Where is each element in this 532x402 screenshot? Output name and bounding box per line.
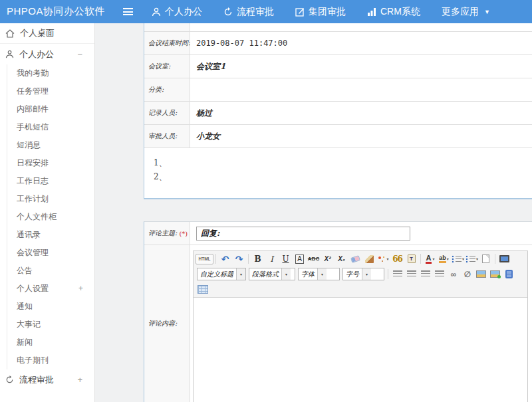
nav-crm-system[interactable]: CRM系统 — [367, 6, 420, 18]
sidebar-item-e-journal[interactable]: 电子期刊 — [7, 352, 94, 369]
sidebar-item-work-log[interactable]: 工作日志 — [7, 172, 94, 190]
sidebar-item-meeting-management[interactable]: 会议管理 — [7, 244, 94, 262]
rich-text-editor: HTML ↶ ↷ B I U A ABC X² X₂ — [193, 251, 528, 402]
custom-heading-select[interactable]: 自定义标题 ▾ — [197, 268, 246, 280]
row-comment-content: 评论内容: HTML ↶ ↷ B I U — [144, 245, 532, 402]
highlight-color-button[interactable]: ab — [439, 254, 446, 263]
hamburger-menu-icon[interactable] — [123, 8, 133, 15]
nav-group-approval[interactable]: 集团审批 — [295, 6, 346, 18]
sidebar-item-contacts[interactable]: 通讯录 — [7, 226, 94, 244]
nav-label: 个人办公 — [165, 6, 202, 18]
align-left-icon[interactable] — [393, 270, 402, 278]
italic-button[interactable]: I — [265, 252, 278, 265]
caret-down-icon[interactable]: ▾ — [462, 256, 464, 261]
editor-toolbar-row1: HTML ↶ ↷ B I U A ABC X² X₂ — [194, 251, 527, 266]
sidebar-item-tasks[interactable]: 任务管理 — [7, 82, 94, 100]
ordered-list-icon[interactable] — [452, 255, 462, 263]
expand-icon[interactable]: + — [78, 280, 83, 298]
cycle-icon — [5, 375, 14, 384]
bold-button[interactable]: B — [251, 252, 264, 265]
font-style-button[interactable]: A — [295, 254, 304, 264]
sidebar-item-label: 个人桌面 — [20, 27, 55, 39]
font-size-select[interactable]: 字号 ▾ — [342, 268, 384, 280]
app-title: PHPOA协同办公软件 — [0, 5, 123, 18]
sidebar-item-internal-mail[interactable]: 内部邮件 — [7, 100, 94, 118]
caret-down-icon[interactable]: ▾ — [386, 256, 388, 261]
align-center-icon[interactable] — [407, 270, 416, 278]
field-value: 会议室1 — [190, 55, 532, 78]
comment-table: 评论主题: (*) 评论内容: HTML ↶ — [144, 221, 532, 402]
nav-personal-office[interactable]: 个人办公 — [152, 6, 202, 18]
row-comment-subject: 评论主题: (*) — [144, 222, 532, 245]
upload-image-icon[interactable] — [490, 270, 500, 278]
sidebar-item-file-cabinet[interactable]: 个人文件柜 — [7, 208, 94, 226]
underline-button[interactable]: U — [279, 252, 292, 265]
nav-workflow-approval[interactable]: 流程审批 — [223, 6, 274, 18]
field-label: 审批人员: — [144, 125, 190, 148]
field-label: 记录人员: — [144, 102, 190, 124]
editor-toolbar-row2: 自定义标题 ▾ 段落格式 ▾ 字体 ▾ — [194, 266, 527, 282]
blockquote-button[interactable]: 66 — [391, 252, 404, 265]
sidebar-item-short-message[interactable]: 短消息 — [7, 136, 94, 154]
align-justify-icon[interactable] — [435, 270, 444, 278]
font-color-button[interactable]: A — [426, 254, 432, 264]
remove-link-icon[interactable]: ∅ — [461, 268, 473, 280]
format-brush-icon[interactable] — [365, 255, 374, 263]
nav-more-apps[interactable]: 更多应用 ▼ — [442, 6, 490, 18]
nav-label: 流程审批 — [237, 6, 274, 18]
insert-table-icon[interactable] — [198, 285, 208, 294]
caret-down-icon: ▼ — [484, 9, 490, 15]
sidebar-item-schedule[interactable]: 日程安排 — [7, 154, 94, 172]
nav-label: 更多应用 — [442, 6, 479, 18]
content-line: 1、 — [154, 156, 532, 170]
caret-down-icon[interactable]: ▾ — [447, 256, 449, 261]
sidebar-item-sms[interactable]: 手机短信 — [7, 118, 94, 136]
editor-content-area[interactable] — [194, 297, 527, 402]
caret-down-icon: ▾ — [362, 268, 371, 280]
main-content: 会议结束时间: 2019-08-07 11:47:00 会议室: 会议室1 分类… — [95, 23, 532, 402]
strikethrough-button[interactable]: ABC — [307, 252, 320, 265]
quick-format-icon[interactable] — [378, 255, 386, 263]
field-label: 评论主题: (*) — [144, 222, 190, 245]
sidebar-item-attendance[interactable]: 我的考勤 — [7, 64, 94, 82]
insert-media-icon[interactable] — [505, 270, 513, 278]
align-right-icon[interactable] — [421, 270, 430, 278]
unordered-list-icon[interactable] — [466, 255, 475, 263]
superscript-button[interactable]: X² — [321, 252, 334, 265]
sidebar-group-workflow[interactable]: 流程审批 + — [0, 369, 94, 390]
subscript-button[interactable]: X₂ — [335, 252, 348, 265]
sidebar-item-personal-settings[interactable]: 个人设置 + — [7, 280, 94, 298]
redo-icon[interactable]: ↷ — [233, 252, 245, 265]
eraser-icon[interactable] — [350, 255, 360, 263]
cycle-icon — [223, 7, 233, 17]
sidebar-item-desktop[interactable]: 个人桌面 — [0, 23, 94, 44]
field-value: 杨过 — [190, 102, 532, 124]
insert-image-icon[interactable] — [476, 270, 486, 278]
paste-text-icon[interactable]: T — [408, 254, 416, 263]
collapse-icon[interactable]: − — [77, 49, 82, 59]
expand-icon[interactable]: + — [77, 375, 82, 385]
caret-down-icon[interactable]: ▾ — [432, 256, 434, 261]
comment-subject-input[interactable] — [196, 227, 410, 241]
new-page-icon[interactable] — [482, 254, 489, 263]
html-source-button[interactable]: HTML — [196, 254, 213, 264]
sidebar-item-notice[interactable]: 通知 — [7, 298, 94, 316]
undo-icon[interactable]: ↶ — [219, 252, 231, 265]
sidebar-item-news[interactable]: 新闻 — [7, 334, 94, 352]
font-family-select[interactable]: 字体 ▾ — [298, 268, 340, 280]
required-mark: (*) — [179, 230, 188, 237]
sidebar-item-memorabilia[interactable]: 大事记 — [7, 316, 94, 334]
meeting-content-box: 1、 2、 — [144, 148, 532, 199]
sidebar-group-personal-office[interactable]: 个人办公 − — [0, 44, 94, 64]
content-line: 2、 — [154, 170, 532, 184]
section-gap — [144, 199, 532, 221]
sidebar-item-work-plan[interactable]: 工作计划 — [7, 190, 94, 208]
paragraph-format-select[interactable]: 段落格式 ▾ — [249, 268, 295, 280]
fullscreen-icon[interactable] — [499, 255, 509, 262]
insert-link-icon[interactable]: ∞ — [447, 268, 460, 280]
caret-down-icon[interactable]: ▾ — [476, 256, 478, 261]
field-label: 会议室: — [144, 55, 190, 78]
table-row-clipped — [144, 23, 532, 32]
nav-label: 集团审批 — [309, 6, 346, 18]
sidebar-item-announcement[interactable]: 公告 — [7, 262, 94, 280]
